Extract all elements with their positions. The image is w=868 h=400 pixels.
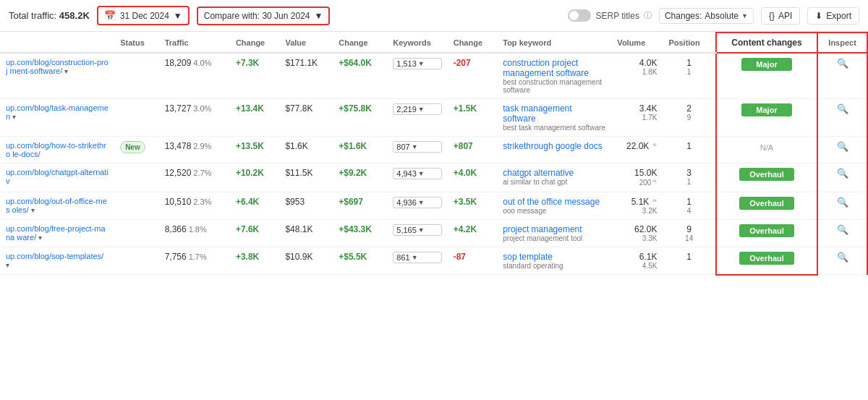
top-keyword-sub: ai similar to chat gpt xyxy=(503,178,605,186)
quote-icon: ❝ xyxy=(650,142,657,150)
url-cell[interactable]: up.com/blog/sop-templates/ ▾ xyxy=(0,247,114,275)
keywords-dropdown[interactable]: 4,936 ▼ xyxy=(393,197,441,208)
top-keyword-cell: chatgpt alternative ai similar to chat g… xyxy=(497,163,611,192)
position-cell: 1 4 xyxy=(663,192,715,220)
kw-change-cell: +4.0K xyxy=(448,163,498,192)
keywords-cell: 861 ▼ xyxy=(387,247,447,275)
url-cell[interactable]: up.com/blog/out-of-office-mes oles/ ▾ xyxy=(0,192,114,220)
top-keyword-main[interactable]: task management software xyxy=(503,103,605,124)
position-secondary: 14 xyxy=(668,234,709,242)
col-content-changes: Content changes xyxy=(716,33,817,53)
traffic-change-cell: +13.5K xyxy=(230,137,280,163)
kw-dropdown-arrow: ▼ xyxy=(418,170,425,177)
top-keyword-main[interactable]: chatgpt alternative xyxy=(503,168,605,178)
top-keyword-main[interactable]: out of the office message xyxy=(503,197,605,207)
top-keyword-cell: project management project management to… xyxy=(497,220,611,247)
search-icon[interactable]: 🔍 xyxy=(837,103,848,114)
url-arrow: ▾ xyxy=(64,67,68,75)
url-link[interactable]: up.com/blog/out-of-office-mes oles/ xyxy=(6,197,107,214)
url-cell[interactable]: up.com/blog/construction-proj ment-softw… xyxy=(0,53,114,99)
export-button[interactable]: ⬇ Export xyxy=(807,7,859,25)
keywords-dropdown[interactable]: 5,165 ▼ xyxy=(393,224,441,236)
position-secondary: 9 xyxy=(668,114,709,122)
inspect-cell[interactable]: 🔍 xyxy=(817,137,867,163)
traffic-pct: 3.0% xyxy=(193,104,211,113)
volume-main: 22.0K ❝ xyxy=(617,141,657,151)
top-keyword-main[interactable]: strikethrough google docs xyxy=(503,141,605,151)
keywords-dropdown[interactable]: 861 ▼ xyxy=(393,252,441,263)
traffic-pct: 2.7% xyxy=(193,169,211,177)
url-link[interactable]: up.com/blog/free-project-mana ware/ xyxy=(6,224,106,242)
url-cell[interactable]: up.com/blog/how-to-strikethro le-docs/ xyxy=(0,137,114,163)
url-cell[interactable]: up.com/blog/task-managemen ▾ xyxy=(0,99,114,137)
kw-dropdown-arrow: ▼ xyxy=(418,60,425,67)
keywords-dropdown[interactable]: 1,513 ▼ xyxy=(393,58,441,69)
inspect-cell[interactable]: 🔍 xyxy=(817,99,867,137)
position-main: 1 xyxy=(668,252,709,262)
date-selector[interactable]: 📅 31 Dec 2024 ▼ xyxy=(97,6,190,25)
inspect-cell[interactable]: 🔍 xyxy=(817,247,867,275)
inspect-cell[interactable]: 🔍 xyxy=(817,192,867,220)
position-cell: 1 xyxy=(663,247,715,275)
content-change-badge: Overhaul xyxy=(739,252,794,265)
value-cell: $11.5K xyxy=(279,163,333,192)
col-value-change: Change xyxy=(333,33,387,53)
inspect-cell[interactable]: 🔍 xyxy=(817,163,867,192)
date-label: 31 Dec 2024 xyxy=(120,11,169,21)
value-change-cell: +$1.6K xyxy=(333,137,387,163)
position-main: 2 xyxy=(668,103,709,114)
table-row: up.com/blog/out-of-office-mes oles/ ▾ 10… xyxy=(0,192,867,220)
traffic-cell: 8,3661.8% xyxy=(159,220,230,247)
keywords-dropdown[interactable]: 2,219 ▼ xyxy=(393,103,441,115)
url-link[interactable]: up.com/blog/chatgpt-alternativ xyxy=(6,168,109,185)
value-cell: $171.1K xyxy=(279,53,333,99)
status-cell xyxy=(114,247,159,275)
col-kw-change: Change xyxy=(448,33,498,53)
volume-secondary: 3.2K xyxy=(617,207,657,215)
url-link[interactable]: up.com/blog/task-managemen xyxy=(6,103,109,121)
compare-dropdown-arrow: ▼ xyxy=(315,11,323,21)
inspect-cell[interactable]: 🔍 xyxy=(817,220,867,247)
url-link[interactable]: up.com/blog/construction-proj ment-softw… xyxy=(6,58,109,75)
top-keyword-main[interactable]: sop template xyxy=(503,252,605,262)
search-icon[interactable]: 🔍 xyxy=(837,141,848,152)
search-icon[interactable]: 🔍 xyxy=(837,197,848,208)
url-link[interactable]: up.com/blog/sop-templates/ xyxy=(6,252,103,260)
position-main: 1 xyxy=(668,141,709,151)
keywords-cell: 5,165 ▼ xyxy=(387,220,447,247)
status-cell: New xyxy=(114,137,159,163)
url-cell[interactable]: up.com/blog/free-project-mana ware/ ▾ xyxy=(0,220,114,247)
search-icon[interactable]: 🔍 xyxy=(837,252,848,263)
search-icon[interactable]: 🔍 xyxy=(837,224,848,235)
col-traffic: Traffic xyxy=(159,33,230,53)
traffic-change-cell: +7.6K xyxy=(230,220,280,247)
compare-label: Compare with: 30 Jun 2024 xyxy=(204,11,310,21)
value-change-cell: +$64.0K xyxy=(333,53,387,99)
col-traffic-change: Change xyxy=(230,33,280,53)
url-cell[interactable]: up.com/blog/chatgpt-alternativ xyxy=(0,163,114,192)
content-changes-cell: Overhaul xyxy=(716,220,817,247)
inspect-cell[interactable]: 🔍 xyxy=(817,53,867,99)
traffic-cell: 13,7273.0% xyxy=(159,99,230,137)
search-icon[interactable]: 🔍 xyxy=(837,168,848,179)
serp-toggle-switch[interactable] xyxy=(568,9,591,22)
search-icon[interactable]: 🔍 xyxy=(837,58,848,69)
volume-cell: 4.0K 1.8K xyxy=(611,53,663,99)
volume-secondary: 3.3K xyxy=(617,234,657,242)
keywords-dropdown[interactable]: 807 ▼ xyxy=(393,141,441,153)
serp-info-icon[interactable]: ⓘ xyxy=(644,10,652,21)
changes-dropdown[interactable]: Changes: Absolute ▼ xyxy=(659,8,754,24)
url-link[interactable]: up.com/blog/how-to-strikethro le-docs/ xyxy=(6,141,106,158)
compare-selector[interactable]: Compare with: 30 Jun 2024 ▼ xyxy=(197,7,331,25)
position-cell: 9 14 xyxy=(663,220,715,247)
volume-main: 4.0K xyxy=(617,58,657,68)
kw-change-cell: +807 xyxy=(448,137,498,163)
table-row: up.com/blog/how-to-strikethro le-docs/ N… xyxy=(0,137,867,163)
top-keyword-main[interactable]: construction project management software xyxy=(503,58,605,78)
main-table: Status Traffic Change Value Change Keywo… xyxy=(0,32,868,276)
col-position: Position xyxy=(663,33,715,53)
top-keyword-main[interactable]: project management xyxy=(503,224,605,234)
api-button[interactable]: {} API xyxy=(761,7,800,25)
traffic-cell: 12,5202.7% xyxy=(159,163,230,192)
keywords-dropdown[interactable]: 4,943 ▼ xyxy=(393,168,441,179)
